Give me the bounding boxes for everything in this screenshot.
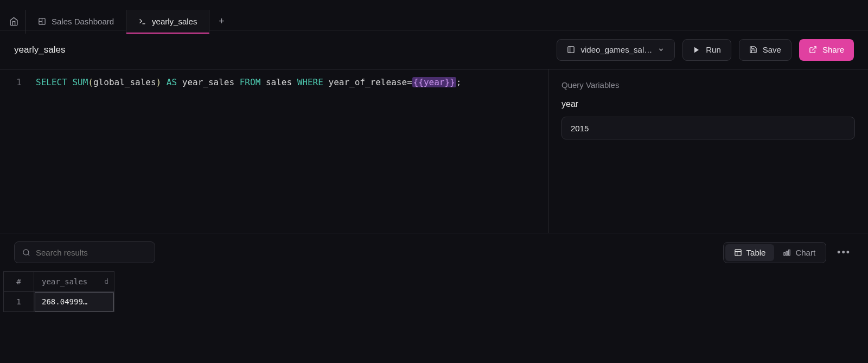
query-toolbar: yearly_sales video_games_sal… Run Save S… xyxy=(0,30,868,69)
column-name: year_sales xyxy=(42,277,87,286)
view-toggle: Table Chart ••• xyxy=(723,242,854,263)
editor-split: 1SELECT SUM(global_sales) AS year_sales … xyxy=(0,69,868,233)
home-tab[interactable] xyxy=(2,10,26,34)
results-table: # year_sales d 1 268.04999… xyxy=(0,271,868,312)
view-chart-label: Chart xyxy=(795,248,815,257)
save-button[interactable]: Save xyxy=(739,39,792,61)
database-icon xyxy=(567,46,575,54)
view-table-label: Table xyxy=(746,248,766,257)
results-toolbar: Table Chart ••• xyxy=(0,233,868,271)
share-button[interactable]: Share xyxy=(799,39,854,61)
svg-rect-10 xyxy=(735,249,741,255)
search-results-input[interactable] xyxy=(36,248,147,257)
variables-title: Query Variables xyxy=(561,80,855,90)
svg-line-7 xyxy=(812,47,816,50)
play-icon xyxy=(693,46,700,54)
chart-icon xyxy=(783,249,791,257)
tab-bar: Sales Dashboard yearly_sales + xyxy=(0,0,868,30)
plus-icon: + xyxy=(219,16,225,27)
toolbar-actions: video_games_sal… Run Save Share xyxy=(557,39,854,61)
ellipsis-icon: ••• xyxy=(837,247,851,258)
search-results-box[interactable] xyxy=(14,241,155,263)
view-segmented: Table Chart xyxy=(723,242,827,263)
svg-point-8 xyxy=(23,249,29,254)
cell-year-sales[interactable]: 268.04999… xyxy=(34,292,114,312)
variable-name: year xyxy=(561,99,855,109)
svg-line-9 xyxy=(28,254,29,256)
variable-input-year[interactable] xyxy=(561,117,855,139)
more-menu-button[interactable]: ••• xyxy=(834,244,854,262)
view-table-button[interactable]: Table xyxy=(725,244,775,261)
query-icon xyxy=(138,17,146,26)
svg-rect-4 xyxy=(568,47,574,53)
save-label: Save xyxy=(763,45,781,54)
sql-editor[interactable]: 1SELECT SUM(global_sales) AS year_sales … xyxy=(0,69,548,233)
share-label: Share xyxy=(822,45,844,54)
home-icon xyxy=(9,17,18,26)
table-row: 1 268.04999… xyxy=(4,292,114,312)
search-icon xyxy=(22,249,30,257)
tab-label: yearly_sales xyxy=(152,17,197,26)
tab-sales-dashboard[interactable]: Sales Dashboard xyxy=(26,10,126,34)
row-index: 1 xyxy=(4,292,34,312)
svg-rect-14 xyxy=(787,251,788,256)
run-label: Run xyxy=(706,45,721,54)
table-header-row: # year_sales d xyxy=(4,272,114,292)
save-icon xyxy=(749,46,757,54)
run-button[interactable]: Run xyxy=(682,39,731,61)
share-icon xyxy=(809,46,817,54)
line-number: 1 xyxy=(11,77,22,87)
dashboard-icon xyxy=(38,17,46,26)
svg-rect-15 xyxy=(789,250,790,255)
table-icon xyxy=(734,249,742,257)
view-chart-button[interactable]: Chart xyxy=(774,244,824,261)
column-type: d xyxy=(104,277,108,285)
database-label: video_games_sal… xyxy=(580,45,652,54)
query-title: yearly_sales xyxy=(14,44,66,55)
index-header: # xyxy=(4,272,34,292)
add-tab-button[interactable]: + xyxy=(209,10,233,34)
tab-label: Sales Dashboard xyxy=(52,17,114,26)
column-header[interactable]: year_sales d xyxy=(34,272,114,292)
svg-marker-6 xyxy=(694,47,699,53)
tab-yearly-sales[interactable]: yearly_sales xyxy=(126,10,209,34)
svg-rect-13 xyxy=(784,252,786,255)
database-select[interactable]: video_games_sal… xyxy=(557,39,675,61)
chevron-down-icon xyxy=(658,46,665,53)
variables-pane: Query Variables year xyxy=(548,69,868,233)
